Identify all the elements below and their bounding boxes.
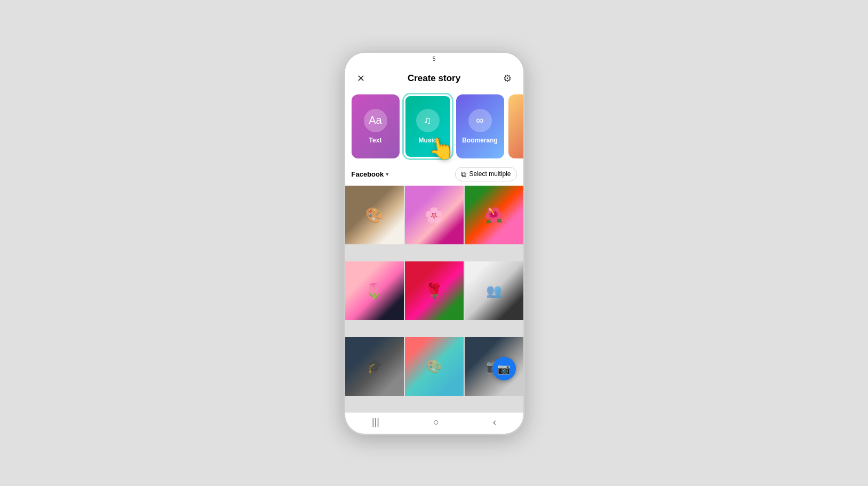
select-multiple-button[interactable]: ⧉ Select multiple bbox=[455, 167, 516, 181]
navigation-bar: ||| ○ ‹ bbox=[345, 412, 523, 434]
photo-cell-1[interactable] bbox=[345, 186, 404, 244]
page-title: Create story bbox=[408, 73, 460, 84]
phone-frame: 5 ✕ Create story ⚙ Aa Text ♫ Music ∞ bbox=[344, 51, 525, 435]
select-multiple-label: Select multiple bbox=[469, 170, 511, 178]
close-icon: ✕ bbox=[357, 73, 365, 84]
camera-button[interactable]: 📷 bbox=[492, 357, 516, 380]
app-content: ✕ Create story ⚙ Aa Text ♫ Music ∞ Boome… bbox=[345, 66, 523, 412]
header: ✕ Create story ⚙ bbox=[345, 66, 523, 90]
story-option-text[interactable]: Aa Text bbox=[352, 94, 400, 158]
status-bar: 5 bbox=[345, 53, 523, 66]
nav-recent-apps[interactable]: ||| bbox=[372, 417, 379, 428]
toolbar: Facebook ▾ ⧉ Select multiple bbox=[345, 163, 523, 186]
story-option-music[interactable]: ♫ Music bbox=[404, 94, 452, 158]
music-label: Music bbox=[418, 137, 436, 144]
boomerang-icon: ∞ bbox=[468, 109, 492, 132]
music-icon: ♫ bbox=[416, 109, 440, 132]
photo-cell-5[interactable] bbox=[405, 261, 464, 320]
signal-indicator: 5 bbox=[433, 56, 436, 62]
platform-selector[interactable]: Facebook ▾ bbox=[352, 170, 389, 178]
select-multiple-icon: ⧉ bbox=[461, 170, 466, 179]
photo-cell-8[interactable] bbox=[405, 337, 464, 396]
photo-cell-2[interactable] bbox=[405, 186, 464, 244]
camera-icon: 📷 bbox=[497, 362, 511, 375]
text-label: Text bbox=[369, 137, 382, 144]
photo-cell-6[interactable] bbox=[465, 261, 523, 320]
photo-cell-4[interactable] bbox=[345, 261, 404, 320]
nav-home[interactable]: ○ bbox=[433, 417, 439, 428]
settings-button[interactable]: ⚙ bbox=[500, 71, 515, 86]
text-icon: Aa bbox=[364, 109, 387, 132]
boomerang-label: Boomerang bbox=[462, 137, 498, 144]
story-options-row: Aa Text ♫ Music ∞ Boomerang bbox=[345, 90, 523, 163]
story-option-boomerang[interactable]: ∞ Boomerang bbox=[456, 94, 504, 158]
story-option-extra[interactable] bbox=[508, 94, 523, 158]
photo-cell-3[interactable] bbox=[465, 186, 523, 244]
platform-label: Facebook bbox=[352, 170, 384, 178]
gear-icon: ⚙ bbox=[503, 73, 512, 84]
close-button[interactable]: ✕ bbox=[354, 71, 369, 86]
nav-back[interactable]: ‹ bbox=[493, 417, 496, 428]
photo-cell-7[interactable] bbox=[345, 337, 404, 396]
photo-grid: 📷 bbox=[345, 186, 523, 412]
chevron-down-icon: ▾ bbox=[386, 171, 388, 177]
